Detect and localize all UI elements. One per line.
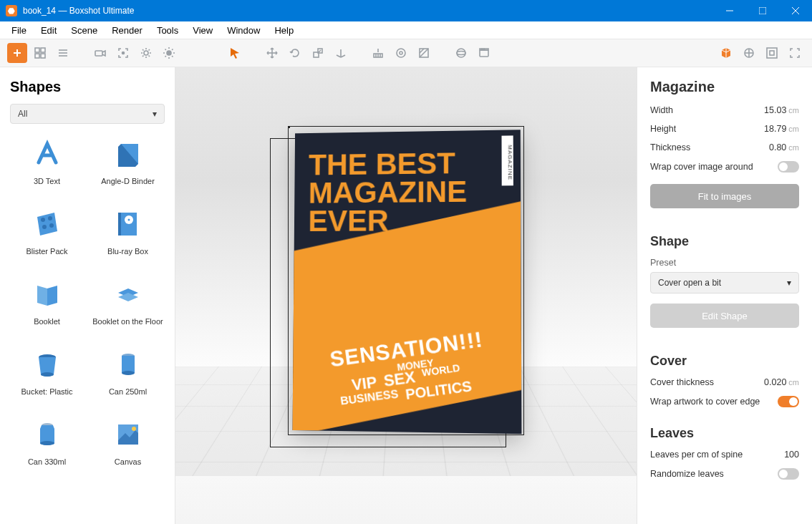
preset-label: Preset [650, 258, 799, 268]
svg-point-59 [122, 371, 135, 375]
minimize-button[interactable] [713, 0, 746, 21]
menu-render[interactable]: Render [105, 24, 150, 37]
menu-file[interactable]: File [4, 24, 34, 37]
width-label: Width [650, 105, 673, 115]
shape-angle-d-binder[interactable]: Angle-D Binder [91, 137, 165, 185]
shape-3d-text[interactable]: 3D Text [10, 137, 84, 185]
menu-edit[interactable]: Edit [34, 24, 64, 37]
shape-can-330[interactable]: Can 330ml [10, 417, 84, 466]
snap-icon[interactable] [368, 43, 388, 63]
svg-point-32 [400, 52, 402, 54]
close-button[interactable] [779, 0, 812, 21]
svg-point-41 [483, 49, 485, 50]
move-icon[interactable] [262, 43, 282, 63]
randomize-leaves-toggle[interactable] [778, 468, 799, 480]
shape-can-250[interactable]: Can 250ml [91, 347, 165, 396]
menu-tools[interactable]: Tools [150, 24, 185, 37]
svg-point-15 [122, 52, 125, 54]
svg-rect-54 [118, 213, 121, 236]
svg-point-61 [40, 441, 54, 445]
list-icon[interactable] [53, 43, 73, 63]
svg-point-50 [49, 223, 54, 228]
height-value[interactable]: 18.79 [764, 124, 786, 134]
preset-dropdown[interactable]: Cover open a bit ▾ [650, 272, 799, 293]
grid-icon[interactable] [30, 43, 50, 63]
svg-point-17 [167, 51, 171, 55]
safe-area-icon[interactable] [739, 43, 759, 63]
add-icon[interactable] [7, 43, 27, 63]
svg-point-36 [457, 49, 465, 57]
svg-rect-58 [122, 356, 135, 373]
svg-line-35 [420, 49, 424, 53]
height-label: Height [650, 124, 676, 134]
cover-thickness-value[interactable]: 0.020 [764, 377, 786, 387]
menu-help[interactable]: Help [267, 24, 301, 37]
material-icon[interactable] [414, 43, 434, 63]
magazine-cover: MAGAZINE THE BEST MAGAZINE EVER #1, 12 M… [293, 130, 522, 434]
svg-rect-9 [35, 54, 39, 58]
menu-scene[interactable]: Scene [64, 24, 105, 37]
svg-point-40 [481, 49, 483, 50]
fit-to-images-button[interactable]: Fit to images [650, 184, 799, 208]
properties-panel: Magazine Width 15.03cm Height 18.79cm Th… [637, 67, 812, 524]
wrap-cover-toggle[interactable] [778, 161, 799, 173]
magazine-object[interactable]: MAGAZINE THE BEST MAGAZINE EVER #1, 12 M… [292, 130, 520, 431]
svg-rect-14 [95, 51, 102, 56]
shape-booklet[interactable]: Booklet [10, 277, 84, 326]
svg-rect-7 [35, 48, 39, 52]
shapes-filter-value: All [18, 109, 27, 119]
shape-booklet-floor[interactable]: Booklet on the Floor [91, 277, 165, 326]
randomize-leaves-label: Randomize leaves [650, 469, 724, 479]
toolbar [0, 39, 812, 67]
thickness-value[interactable]: 0.80 [769, 142, 786, 152]
svg-rect-38 [480, 50, 488, 57]
rotate-icon[interactable] [285, 43, 305, 63]
svg-rect-1 [759, 7, 766, 14]
width-value[interactable]: 15.03 [764, 105, 786, 115]
fullscreen-icon[interactable] [785, 43, 805, 63]
shape-bucket[interactable]: Bucket: Plastic [10, 347, 84, 396]
shapes-panel: Shapes All ▾ 3D Text Angle-D Binder Blis… [0, 67, 175, 524]
svg-point-49 [42, 225, 47, 229]
shapes-filter-dropdown[interactable]: All ▾ [10, 104, 165, 124]
select-icon[interactable] [225, 43, 245, 63]
edit-shape-button[interactable]: Edit Shape [650, 304, 799, 328]
view-3d-icon[interactable] [716, 43, 736, 63]
scale-icon[interactable] [308, 43, 328, 63]
light-icon[interactable] [159, 43, 179, 63]
cover-thickness-label: Cover thickness [650, 377, 714, 387]
svg-point-31 [397, 49, 405, 57]
section-shape: Shape [650, 234, 799, 249]
camera-icon[interactable] [90, 43, 110, 63]
section-cover: Cover [650, 354, 799, 369]
shape-canvas[interactable]: Canvas [91, 417, 165, 466]
svg-rect-45 [767, 48, 777, 58]
svg-rect-46 [770, 51, 774, 55]
svg-point-48 [48, 216, 52, 220]
window-title: book_14 — Boxshot Ultimate [23, 6, 713, 16]
focus-icon[interactable] [113, 43, 133, 63]
svg-point-63 [132, 427, 136, 431]
svg-rect-8 [41, 48, 45, 52]
menu-view[interactable]: View [185, 24, 220, 37]
settings-icon[interactable] [136, 43, 156, 63]
svg-point-37 [457, 52, 465, 55]
axis-icon[interactable] [331, 43, 351, 63]
maximize-button[interactable] [746, 0, 779, 21]
svg-line-22 [319, 50, 321, 52]
menu-window[interactable]: Window [220, 24, 267, 37]
preset-value: Cover open a bit [658, 278, 721, 288]
fit-icon[interactable] [762, 43, 782, 63]
leaves-per-cm-value[interactable]: 100 [784, 450, 799, 460]
globe-icon[interactable] [451, 43, 471, 63]
svg-point-47 [41, 218, 45, 222]
preview-icon[interactable] [391, 43, 411, 63]
wrap-artwork-toggle[interactable] [778, 396, 799, 407]
svg-line-25 [341, 55, 345, 57]
viewport[interactable]: MAGAZINE THE BEST MAGAZINE EVER #1, 12 M… [175, 67, 637, 524]
shape-blister-pack[interactable]: Blister Pack [10, 207, 84, 256]
render-icon[interactable] [474, 43, 494, 63]
chevron-down-icon: ▾ [153, 109, 157, 119]
shape-bluray-box[interactable]: Blu-ray Box [91, 207, 165, 256]
wrap-cover-label: Wrap cover image around [650, 162, 753, 172]
